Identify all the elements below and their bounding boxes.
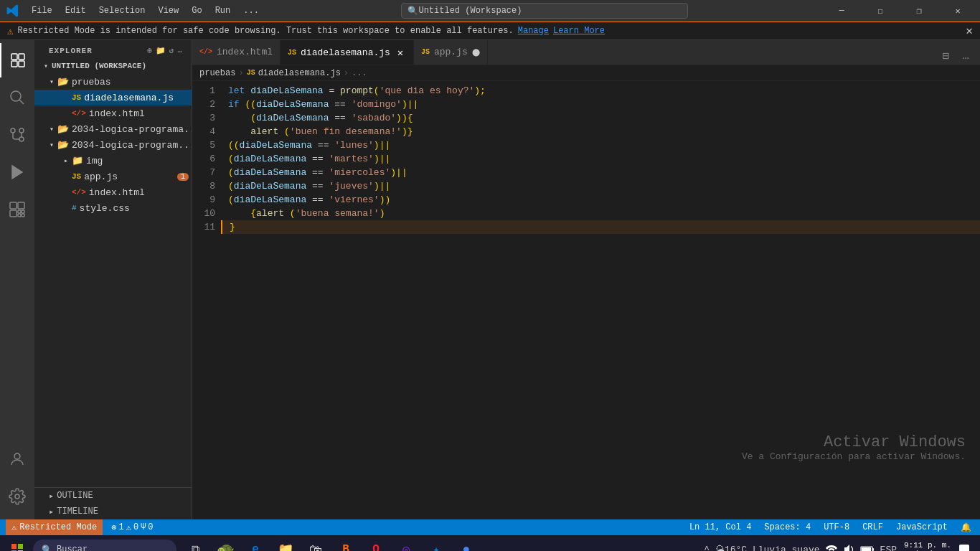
activity-accounts-icon[interactable] [0, 442, 34, 476]
activity-source-control-icon[interactable] [0, 118, 34, 152]
tab-app-js-icon: JS [421, 48, 430, 56]
code-line-8: (diaDeLaSemana == 'jueves')|| [221, 179, 980, 193]
systray-volume[interactable] [842, 544, 856, 551]
tab-index-html[interactable]: </> index.html [192, 40, 281, 65]
new-file-icon[interactable]: ⊕ [147, 46, 153, 55]
file-index-main[interactable]: </> index.html [34, 184, 192, 200]
status-bar-left: ⚠ Restricted Mode ⊗ 1 ⚠ 0 Ψ 0 [6, 519, 156, 535]
cursor-position[interactable]: Ln 11, Col 4 [687, 519, 754, 535]
var-dia2: diaDeLaSemana [256, 98, 329, 111]
file-app[interactable]: JS app.js 1 [34, 169, 192, 184]
folder-img[interactable]: ▸ 📁 img [34, 153, 192, 169]
restore-button[interactable]: ❐ [903, 0, 936, 22]
punc-4: )|| [402, 98, 418, 111]
menu-file[interactable]: File [26, 4, 58, 17]
tab-index-label: index.html [217, 47, 273, 57]
vscode-taskbar-button[interactable]: ✦ [422, 535, 451, 551]
notification-center-button[interactable] [957, 544, 971, 551]
workspace-root[interactable]: ▾ UNTITLED (WORKSPACE) [34, 58, 192, 74]
indentation-status[interactable]: Spaces: 4 [761, 519, 814, 535]
language-status[interactable]: JavaScript [893, 519, 951, 535]
info-icon: Ψ [141, 522, 146, 532]
tab-app-js[interactable]: JS app.js ⬤ [414, 40, 488, 65]
restricted-mode-button[interactable]: ⚠ Restricted Mode [6, 519, 103, 535]
menu-run[interactable]: Run [209, 4, 237, 17]
systray-network[interactable] [824, 544, 839, 551]
brave-button[interactable]: B [331, 535, 360, 551]
breadcrumb-pruebas[interactable]: pruebas [199, 68, 235, 78]
collapse-all-icon[interactable]: … [177, 46, 183, 55]
split-editor-button[interactable]: ⊟ [937, 47, 954, 65]
file-style[interactable]: # style.css [34, 200, 192, 216]
close-button[interactable]: ✕ [941, 0, 974, 22]
folder-2034-1[interactable]: ▾ 📂 2034-logica-programa... ● [34, 121, 192, 137]
activity-explorer-icon[interactable] [0, 43, 34, 77]
notification-close-button[interactable]: ✕ [966, 24, 973, 38]
chrome-button[interactable]: ● [452, 535, 481, 551]
battery-icon [860, 545, 875, 551]
systray-weather[interactable]: 🌤 16°C Lluvia suave [714, 545, 821, 552]
weather-text: 16°C Lluvia suave [725, 545, 820, 552]
manage-link[interactable]: Manage [518, 26, 549, 36]
errors-status[interactable]: ⊗ 1 ⚠ 0 Ψ 0 [108, 519, 156, 535]
activity-settings-icon[interactable] [0, 479, 34, 514]
timeline-section[interactable]: ▸ TIMELINE [34, 504, 192, 519]
store-button[interactable]: 🛍 [301, 535, 330, 551]
file-index-pruebas[interactable]: </> index.html [34, 105, 192, 121]
refresh-icon[interactable]: ↺ [169, 46, 175, 55]
tab-diadelasemana[interactable]: JS diadelasemana.js ✕ [281, 40, 414, 65]
encoding-status[interactable]: UTF-8 [821, 519, 852, 535]
activity-run-debug-icon[interactable] [0, 155, 34, 189]
code-line-9: (diaDeLaSemana == 'viernes')) [221, 193, 980, 207]
outline-section[interactable]: ▸ OUTLINE [34, 488, 192, 504]
menu-selection[interactable]: Selection [93, 4, 151, 17]
indent-3 [228, 111, 250, 125]
folder-2034-2[interactable]: ▾ 📂 2034-logica-program... ● [34, 137, 192, 153]
systray-battery[interactable] [859, 545, 876, 551]
breadcrumb-more[interactable]: ... [352, 68, 367, 78]
line-ending-status[interactable]: CRLF [859, 519, 886, 535]
more-actions-button[interactable]: … [957, 47, 974, 65]
systray-chevron[interactable]: ^ [702, 545, 711, 552]
file-diadelasemana[interactable]: JS diadelasemana.js [34, 90, 192, 105]
line-num-10: 10 [192, 207, 215, 220]
taskview-button[interactable]: ⧉ [181, 535, 209, 551]
menu-view[interactable]: View [152, 4, 184, 17]
timeline-arrow-icon: ▸ [49, 507, 54, 517]
minimize-button[interactable]: ─ [825, 0, 858, 22]
line-num-11: 11 [192, 220, 215, 234]
file-explorer-button[interactable]: 📁 [271, 535, 300, 551]
maximize-button[interactable]: ☐ [864, 0, 897, 22]
bell-button[interactable]: 🔔 [958, 519, 974, 535]
taskbar-clock[interactable]: 9:11 p. m. 22/06/2024 [901, 541, 954, 551]
folder-pruebas[interactable]: ▾ 📂 pruebas [34, 74, 192, 90]
menu-go[interactable]: Go [186, 4, 207, 17]
turtle-app-button[interactable]: 🐢 [211, 535, 240, 551]
code-editor[interactable]: 1 2 3 4 5 6 7 8 9 10 11 let diaDeLaSeman… [192, 81, 980, 519]
activity-search-icon[interactable] [0, 80, 34, 115]
menu-edit[interactable]: Edit [60, 4, 92, 17]
new-folder-icon[interactable]: 📁 [156, 46, 166, 55]
svg-rect-12 [18, 202, 24, 209]
encoding-label: UTF-8 [824, 522, 849, 532]
breadcrumb-filename[interactable]: diadelasemana.js [258, 68, 341, 78]
start-button[interactable] [3, 535, 32, 551]
systray-language[interactable]: ESP [879, 545, 898, 552]
title-search-bar[interactable]: 🔍 Untitled (Workspace) [401, 3, 688, 19]
svg-point-4 [11, 91, 21, 101]
taskbar-search-box[interactable]: 🔍 Buscar [33, 540, 176, 551]
indent-4 [228, 125, 250, 138]
js-file-icon: JS [72, 93, 81, 102]
edge-button[interactable]: e [241, 535, 270, 551]
notification-center-icon [958, 544, 970, 551]
learn-more-link[interactable]: Learn More [553, 26, 605, 36]
code-content[interactable]: let diaDeLaSemana = prompt('que dia es h… [221, 81, 980, 519]
punc-7: ( [284, 125, 290, 138]
line-num-4: 4 [192, 125, 215, 138]
arc-button[interactable]: ◎ [392, 535, 420, 551]
menu-more[interactable]: ... [237, 4, 265, 17]
activity-extensions-icon[interactable] [0, 192, 34, 227]
tab-diadelasemana-close[interactable]: ✕ [395, 47, 406, 58]
opera-button[interactable]: O [362, 535, 390, 551]
css-file-icon: # [72, 204, 77, 212]
